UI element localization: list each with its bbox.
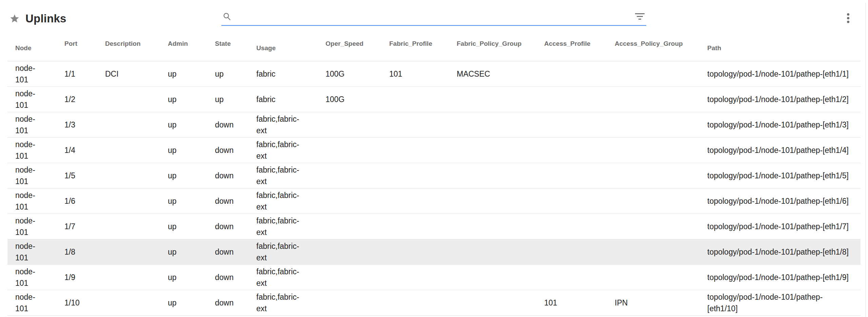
cell-admin: up [168,86,215,112]
cell-state: down [215,188,256,214]
cell-access_profile [544,214,615,239]
column-header-state[interactable]: State [215,34,256,61]
cell-usage: fabric,fabric-ext [256,214,326,239]
cell-node: node-101 [7,290,64,315]
cell-fabric_profile [389,214,457,239]
cell-usage: fabric [256,86,326,112]
column-header-usage[interactable]: Usage [256,34,326,61]
cell-description [105,86,168,112]
cell-usage: fabric,fabric-ext [256,188,326,214]
table-row[interactable]: node-1011/3updownfabric,fabric-exttopolo… [7,112,861,137]
column-header-path[interactable]: Path [707,34,861,61]
cell-access_profile: 101 [544,290,615,315]
cell-oper_speed [326,112,389,137]
cell-node: node-101 [7,188,64,214]
cell-state: down [215,214,256,239]
cell-access_policy_group [615,188,707,214]
cell-port: 1/7 [64,214,105,239]
column-header-description[interactable]: Description [105,34,168,61]
table-row[interactable]: node-1011/1DCIupupfabric100G101MACSECtop… [7,61,861,86]
cell-description [105,112,168,137]
search-bar [221,9,646,26]
table-row[interactable]: node-1011/6updownfabric,fabric-exttopolo… [7,188,861,214]
cell-access_policy_group [615,163,707,188]
cell-access_policy_group [615,239,707,264]
cell-access_policy_group: IPN [615,290,707,315]
cell-access_profile [544,163,615,188]
cell-admin: up [168,188,215,214]
table-row[interactable]: node-1011/10updownfabric,fabric-ext101IP… [7,290,861,315]
cell-state: up [215,61,256,86]
cell-node: node-101 [7,137,64,163]
cell-usage: fabric,fabric-ext [256,290,326,315]
cell-path: topology/pod-1/node-101/pathep-[eth1/1] [707,61,861,86]
cell-usage: fabric,fabric-ext [256,239,326,264]
panel-edge-divider [865,3,866,317]
cell-state: up [215,86,256,112]
cell-fabric_profile: 101 [389,61,457,86]
cell-node: node-101 [7,239,64,264]
cell-port: 1/6 [64,188,105,214]
cell-description [105,290,168,315]
table-row[interactable]: node-1011/7updownfabric,fabric-exttopolo… [7,214,861,239]
cell-fabric_profile [389,112,457,137]
more-options-button[interactable] [843,12,853,24]
cell-fabric_policy_group [457,188,544,214]
cell-fabric_policy_group [457,239,544,264]
column-header-fabric_profile[interactable]: Fabric_Profile [389,34,457,61]
cell-fabric_policy_group [457,86,544,112]
cell-oper_speed [326,188,389,214]
cell-node: node-101 [7,264,64,290]
cell-description [105,163,168,188]
table-row[interactable]: node-1011/8updownfabric,fabric-exttopolo… [7,239,861,264]
cell-fabric_profile [389,86,457,112]
cell-admin: up [168,290,215,315]
cell-access_policy_group [615,112,707,137]
cell-admin: up [168,239,215,264]
favorite-star-icon[interactable] [9,14,20,24]
search-input[interactable] [235,10,634,24]
cell-access_profile [544,137,615,163]
cell-usage: fabric,fabric-ext [256,264,326,290]
table-body: node-1011/1DCIupupfabric100G101MACSECtop… [7,61,861,315]
column-header-access_profile[interactable]: Access_Profile [544,34,615,61]
cell-fabric_profile [389,290,457,315]
filter-icon [635,12,645,20]
cell-fabric_policy_group [457,112,544,137]
cell-path: topology/pod-1/node-101/pathep-[eth1/8] [707,239,861,264]
cell-access_policy_group [615,214,707,239]
cell-node: node-101 [7,86,64,112]
cell-state: down [215,264,256,290]
cell-description [105,239,168,264]
cell-node: node-101 [7,112,64,137]
cell-access_policy_group [615,86,707,112]
cell-usage: fabric [256,61,326,86]
cell-path: topology/pod-1/node-101/pathep-[eth1/3] [707,112,861,137]
column-header-oper_speed[interactable]: Oper_Speed [326,34,389,61]
column-header-node[interactable]: Node [7,34,64,61]
cell-port: 1/5 [64,163,105,188]
table-header-row: NodePortDescriptionAdminStateUsageOper_S… [7,34,861,61]
table-row[interactable]: node-1011/4updownfabric,fabric-exttopolo… [7,137,861,163]
cell-access_profile [544,61,615,86]
kebab-icon [847,13,849,16]
page-title-group: Uplinks [9,12,66,25]
cell-access_profile [544,239,615,264]
column-header-admin[interactable]: Admin [168,34,215,61]
column-header-fabric_policy_group[interactable]: Fabric_Policy_Group [457,34,544,61]
cell-state: down [215,112,256,137]
cell-oper_speed: 100G [326,61,389,86]
table-row[interactable]: node-1011/2upupfabric100Gtopology/pod-1/… [7,86,861,112]
cell-access_policy_group [615,61,707,86]
cell-fabric_profile [389,264,457,290]
filter-button[interactable] [634,11,646,22]
table-row[interactable]: node-1011/9updownfabric,fabric-exttopolo… [7,264,861,290]
cell-node: node-101 [7,61,64,86]
column-header-access_policy_group[interactable]: Access_Policy_Group [615,34,707,61]
cell-access_profile [544,112,615,137]
cell-fabric_policy_group [457,137,544,163]
table-row[interactable]: node-1011/5updownfabric,fabric-exttopolo… [7,163,861,188]
column-header-port[interactable]: Port [64,34,105,61]
cell-port: 1/10 [64,290,105,315]
cell-admin: up [168,137,215,163]
